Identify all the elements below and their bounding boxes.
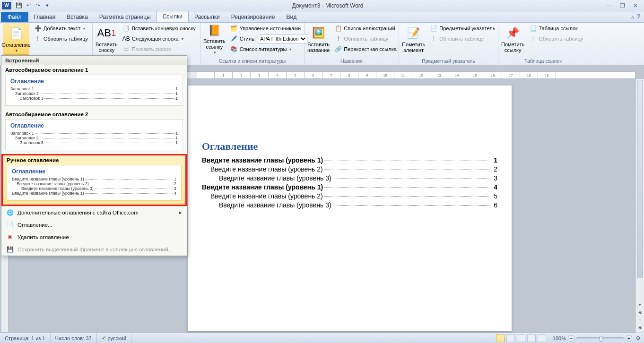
status-word-count[interactable]: Число слов: 37 [51,333,97,343]
ruler-tick: 12 [412,72,430,78]
label: русский [108,335,126,341]
tab-вставка[interactable]: Вставка [61,12,94,22]
gallery-section-builtin: Встроенный [1,56,187,65]
toc-entry[interactable]: Введите название главы (уровень 3)6 [202,201,497,209]
label: Пометить ссылку [501,42,524,53]
footnote-icon: AB1 [99,26,114,41]
gallery-item-manual-toc[interactable]: Ручное оглавление Оглавление Введите наз… [3,155,185,205]
close-button[interactable]: ✕ [631,2,640,9]
custom-toc[interactable]: 📄Оглавление... [1,219,187,231]
zoom-in-button[interactable]: + [626,335,632,342]
toc-entry[interactable]: Введите название главы (уровень 1)4 [202,183,497,191]
label: Список иллюстраций [344,26,395,31]
qat-customize-icon[interactable]: ▾ [44,2,51,9]
group-label-captions: Названия [307,57,396,65]
remove-toc[interactable]: ✖Удалить оглавление [1,231,187,243]
update-toa-button[interactable]: !Обновить таблицу [527,34,585,43]
mark-citation-button[interactable]: 📌 Пометить ссылку [501,24,524,55]
more-toc-office-com[interactable]: 🌐Дополнительные оглавления с сайта Offic… [1,206,187,219]
zoom-level[interactable]: 100% [553,335,566,341]
zoom-slider-thumb[interactable] [600,336,602,342]
insert-citation-button[interactable]: 📙 Вставить ссылку▼ [203,24,226,55]
view-full-screen[interactable] [506,334,515,342]
bibliography-button[interactable]: 📚Список литературы▾ [228,44,309,54]
qat-save-icon[interactable]: 💾 [15,2,23,9]
highlight-box: Ручное оглавление Оглавление Введите наз… [1,154,187,206]
status-language[interactable]: ✔русский [97,333,131,343]
toc-entry[interactable]: Введите название главы (уровень 3)3 [202,174,497,182]
preview-row: Заголовок 11 [10,86,178,91]
gallery-item-auto-toc-1[interactable]: Автособираемое оглавление 1 Оглавление З… [1,65,187,110]
group-label-citations: Ссылки и списки литературы [203,57,301,65]
label: Управление источниками [240,26,301,31]
toc-entry[interactable]: Введите название главы (уровень 1)1 [202,156,497,164]
preview-row: Заголовок 11 [10,131,178,136]
view-draft[interactable] [538,334,546,342]
crossref-icon: 🔗 [334,45,342,53]
mark-entry-button[interactable]: 📝 Пометить элемент [402,24,425,55]
index-icon: 📄 [430,25,437,32]
zoom-out-button[interactable]: − [568,335,574,342]
gallery-item-auto-toc-2[interactable]: Автособираемое оглавление 2 Оглавление З… [1,110,187,154]
next-footnote-button[interactable]: ABСледующая сноска▾ [121,34,198,43]
qat-redo-icon[interactable]: ↷ [34,2,42,9]
tab-file[interactable]: Файл [1,12,28,22]
restore-button[interactable]: ❐ [618,2,627,9]
minimize-button[interactable]: ― [604,2,614,9]
update-figures-button[interactable]: !Обновить таблицу [332,34,399,43]
qat-undo-icon[interactable]: ↶ [25,2,32,9]
add-text-button[interactable]: ➕Добавить текст▾ [32,24,90,33]
group-label-index: Предметный указатель [402,57,495,65]
update-index-button[interactable]: !Обновить таблицу [428,34,497,43]
label: Вставить сноску [96,42,118,53]
toc-entry[interactable]: Введите название главы (уровень 2)5 [202,192,497,200]
preview-row: Введите название главы (уровень 2)2 [12,181,176,186]
toc-entry[interactable]: Введите название главы (уровень 2)2 [202,165,497,173]
manage-sources-button[interactable]: 🗂️Управление источниками [228,24,309,33]
status-page[interactable]: Страница: 1 из 1 [0,333,51,343]
vertical-scrollbar[interactable]: ▾ ◉ ◦ ◉ [635,79,644,333]
ruler-tick: 6 [305,72,322,78]
tab-ссылки[interactable]: Ссылки [157,11,189,22]
item-title: Ручное оглавление [7,157,182,163]
document-page[interactable]: Оглавление Введите название главы (урове… [188,86,512,331]
next-page-icon[interactable]: ◉ [636,325,644,333]
ribbon-minimize-icon[interactable]: ▵ [631,13,634,20]
ruler-tick: 7 [322,72,340,78]
ruler-tick: 15 [466,72,484,78]
browse-object-icon[interactable]: ◦ [636,317,644,325]
tab-разметка страницы[interactable]: Разметка страницы [94,12,157,22]
style-select[interactable]: APA Fifth Edition [258,34,307,43]
chevron-down-icon: ▼ [15,49,18,53]
update-toc-button[interactable]: !Обновить таблицу [32,34,90,43]
view-outline[interactable] [527,334,536,342]
prev-page-icon[interactable]: ◉ [636,310,644,317]
help-icon[interactable]: ? [637,13,640,20]
zoom-slider[interactable] [576,337,624,339]
insert-endnote-button[interactable]: 📑Вставить концевую сноску [121,24,198,33]
show-icon: ▭ [122,45,130,53]
tab-главная[interactable]: Главная [28,12,61,22]
zoom-fit-icon[interactable]: ⊕ [636,335,640,341]
tab-рецензирование[interactable]: Рецензирование [226,12,281,22]
view-print-layout[interactable] [496,334,505,342]
cross-reference-button[interactable]: 🔗Перекрестная ссылка [332,44,399,54]
insert-index-button[interactable]: 📄Предметный указатель [428,24,497,33]
insert-footnote-button[interactable]: AB1 Вставить сноску [96,24,118,55]
style-selector[interactable]: 🖊️Стиль: APA Fifth Edition [228,34,309,43]
list-of-figures-button[interactable]: 📋Список иллюстраций [332,24,399,33]
label: Дополнительные оглавления с сайта Office… [17,210,139,215]
tab-вид[interactable]: Вид [280,12,302,22]
toc-button[interactable]: 📄 Оглавление ▼ [3,24,29,55]
citation-icon: 📙 [207,24,222,37]
label: Пометить элемент [402,42,425,53]
show-footnotes-button[interactable]: ▭Показать сноски [121,44,198,54]
scroll-down-arrow-icon[interactable]: ▾ [636,302,644,310]
scrollbar-thumb[interactable] [637,80,643,278]
view-web-layout[interactable] [517,334,525,342]
label: Обновить таблицу [539,36,583,42]
tab-рассылки[interactable]: Рассылки [189,12,226,22]
refresh-icon: ! [34,35,42,43]
insert-caption-button[interactable]: 🖼️ Вставить название [307,24,330,55]
insert-toa-button[interactable]: 📃Таблица ссылок [527,24,585,33]
